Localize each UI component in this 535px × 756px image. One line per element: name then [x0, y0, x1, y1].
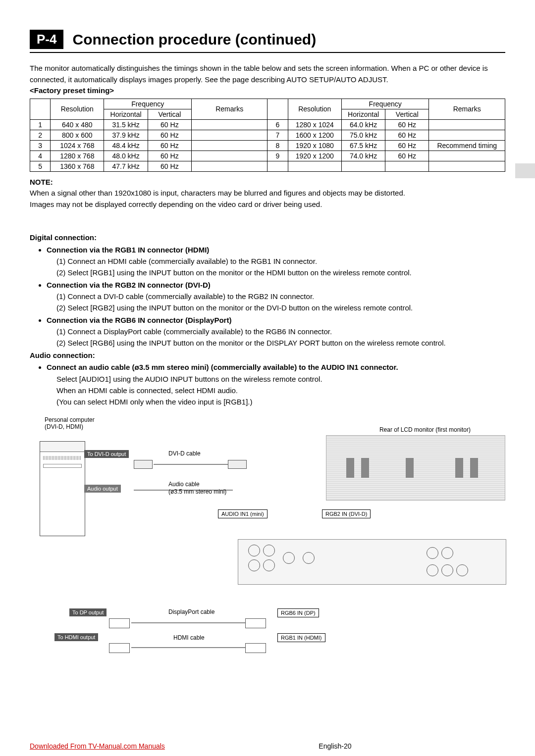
audio-title: Connect an audio cable (ø3.5 mm stereo m…: [47, 363, 398, 371]
th-horizontal-2: Horizontal: [341, 109, 385, 119]
table-row: 51360 x 76847.7 kHz60 Hz: [30, 161, 505, 171]
tag-dp-out: To DP output: [69, 608, 107, 616]
cable-line: [131, 647, 245, 648]
cable-line: [131, 622, 245, 623]
th-vertical-2: Vertical: [385, 109, 429, 119]
conn-title: Connection via the RGB1 IN connector (HD…: [47, 246, 209, 254]
monitor-rear-illustration: [326, 435, 505, 501]
conn-step: (1) Connect a DisplayPort cable (commerc…: [47, 326, 505, 337]
note-line: When a signal other than 1920x1080 is in…: [30, 188, 505, 199]
th-horizontal: Horizontal: [104, 109, 148, 119]
dp-cable-label: DisplayPort cable: [168, 608, 214, 615]
list-item: Connect an audio cable (ø3.5 mm stereo m…: [47, 362, 505, 407]
hdmi-cable-label: HDMI cable: [173, 634, 205, 641]
rgb6-in-box: RGB6 IN (DP): [277, 608, 319, 617]
digital-heading: Digital connection:: [30, 232, 505, 244]
io-panel-illustration: [238, 539, 506, 585]
dvid-cable-label: DVI-D cable: [168, 450, 201, 457]
rgb2-in-box: RGB2 IN (DVI-D): [322, 509, 371, 518]
audio-cable-label-2: (ø3.5 mm stereo mini): [168, 488, 226, 495]
th-remarks: Remarks: [191, 99, 267, 119]
conn-title: Connection via the RGB2 IN connector (DV…: [47, 281, 211, 289]
connector-icon: [245, 643, 266, 653]
preset-label: <Factory preset timing>: [30, 85, 505, 97]
tag-audio-out: Audio output: [84, 485, 121, 493]
pc-label-1: Personal computer: [45, 416, 505, 423]
pc-illustration: [40, 441, 85, 536]
audio-line: (You can select HDMI only when the video…: [47, 396, 505, 407]
table-row: 2800 x 60037.9 kHz60 Hz 71600 x 120075.0…: [30, 130, 505, 140]
section-badge: P-4: [30, 30, 63, 49]
list-item: Connection via the RGB6 IN connector (Di…: [47, 315, 505, 349]
connector-icon: [109, 618, 130, 628]
conn-step: (2) Select [RGB1] using the INPUT button…: [47, 267, 505, 278]
conn-step: (1) Connect a DVI-D cable (commercially …: [47, 291, 505, 302]
connector-icon: [134, 460, 153, 469]
timing-table: Resolution Frequency Remarks Resolution …: [30, 99, 505, 172]
audio-line: When an HDMI cable is connected, select …: [47, 385, 505, 396]
audio-heading: Audio connection:: [30, 350, 505, 361]
download-link[interactable]: Downloaded From TV-Manual.com Manuals: [30, 742, 165, 750]
note-label: NOTE:: [30, 177, 505, 188]
table-row: 1640 x 48031.5 kHz60 Hz 61280 x 102464.0…: [30, 119, 505, 130]
rgb1-in-box: RGB1 IN (HDMI): [277, 633, 325, 642]
connector-icon: [109, 643, 130, 653]
tag-hdmi-out: To HDMI output: [54, 633, 98, 641]
conn-step: (1) Connect an HDMI cable (commercially …: [47, 255, 505, 267]
table-row: 41280 x 76848.0 kHz60 Hz 91920 x 120074.…: [30, 151, 505, 161]
table-row: 31024 x 76848.4 kHz60 Hz 81920 x 108067.…: [30, 140, 505, 151]
note-line: Images may not be displayed correctly de…: [30, 199, 505, 210]
conn-step: (2) Select [RGB2] using the INPUT button…: [47, 302, 505, 313]
page-title: Connection procedure (continued): [72, 31, 316, 48]
list-item: Connection via the RGB2 IN connector (DV…: [47, 280, 505, 314]
list-item: Connection via the RGB1 IN connector (HD…: [47, 245, 505, 279]
th-resolution-2: Resolution: [288, 99, 341, 119]
page-number: English-20: [319, 742, 351, 750]
connection-diagram: Personal computer (DVI-D, HDMI) Rear of …: [30, 416, 505, 688]
conn-title: Connection via the RGB6 IN connector (Di…: [47, 316, 231, 324]
th-remarks-2: Remarks: [429, 99, 505, 119]
side-tab: [515, 163, 535, 178]
title-divider: [30, 52, 505, 53]
conn-step: (2) Select [RGB6] using the INPUT button…: [47, 337, 505, 349]
audio-line: Select [AUDIO1] using the AUDIO INPUT bu…: [47, 373, 505, 385]
cable-line: [154, 464, 228, 465]
intro-text: The monitor automatically distinguishes …: [30, 63, 505, 85]
audio-in1-box: AUDIO IN1 (mini): [218, 509, 268, 518]
connector-icon: [245, 618, 266, 628]
audio-cable-label: Audio cable: [168, 481, 200, 488]
rear-label: Rear of LCD monitor (first monitor): [379, 426, 471, 433]
th-frequency: Frequency: [104, 99, 192, 109]
connector-icon: [228, 460, 247, 469]
th-resolution: Resolution: [51, 99, 104, 119]
tag-dvid-out: To DVI-D output: [84, 450, 129, 458]
th-frequency-2: Frequency: [341, 99, 429, 109]
th-vertical: Vertical: [148, 109, 191, 119]
